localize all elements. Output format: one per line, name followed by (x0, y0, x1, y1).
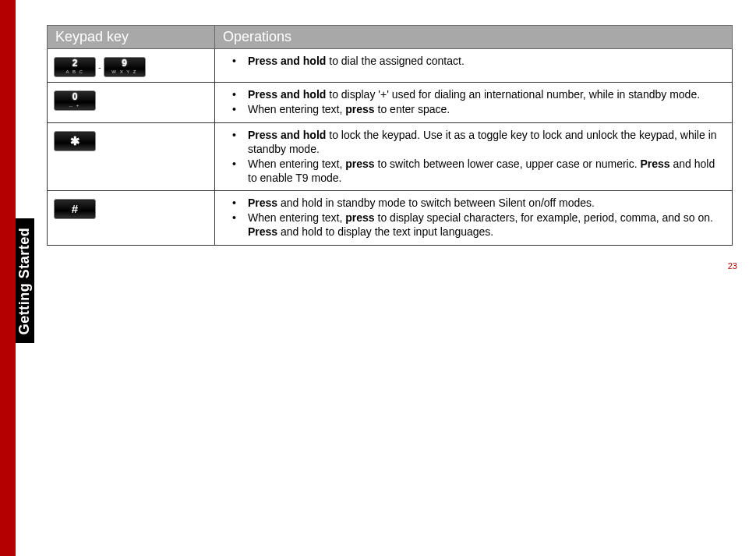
bold-text: Press and hold (248, 129, 326, 141)
bold-text: Press and hold (248, 55, 326, 67)
ops-list: Press and hold to dial the assigned cont… (221, 55, 726, 69)
page-number: 23 (728, 261, 737, 271)
key-subtext: ⎵ + (55, 103, 95, 109)
col-header-key: Keypad key (48, 26, 215, 49)
key-star-icon: ✱ (54, 131, 96, 151)
key-digit: 0 (55, 91, 95, 103)
keypad-table: Keypad key Operations 2A B C-9W X Y ZPre… (47, 25, 733, 246)
range-dash: - (98, 62, 101, 72)
ops-item: When entering text, press to display spe… (232, 211, 726, 239)
ops-list: Press and hold to display '+' used for d… (221, 88, 726, 117)
col-header-ops: Operations (215, 26, 733, 49)
ops-cell: Press and hold in standby mode to switch… (215, 191, 733, 246)
body-text: and hold to display the text input langu… (277, 225, 493, 238)
table-row: ✱Press and hold to lock the keypad. Use … (48, 122, 733, 191)
ops-item: Press and hold to dial the assigned cont… (232, 55, 726, 69)
ops-item: Press and hold to lock the keypad. Use i… (232, 129, 726, 157)
body-text: When entering text, (248, 103, 345, 115)
key-9-icon: 9W X Y Z (104, 57, 146, 77)
body-text: to display special characters, for examp… (375, 211, 713, 224)
key-cell: ✱ (48, 122, 215, 191)
body-text: When entering text, (248, 211, 345, 224)
bold-text: press (345, 103, 374, 115)
bold-text: press (345, 158, 374, 170)
bold-text: Press (248, 225, 277, 238)
table-row: #Press and hold in standby mode to switc… (48, 191, 733, 246)
ops-item: When entering text, press to switch betw… (232, 158, 726, 186)
ops-item: When entering text, press to enter space… (232, 103, 726, 117)
key-digit: 9 (104, 58, 145, 69)
body-text: When entering text, (248, 158, 345, 170)
key-symbol: # (55, 201, 95, 216)
body-text: and hold in standby mode to switch betwe… (277, 197, 595, 209)
ops-item: Press and hold to display '+' used for d… (232, 88, 726, 102)
ops-cell: Press and hold to lock the keypad. Use i… (215, 122, 733, 191)
table-body: 2A B C-9W X Y ZPress and hold to dial th… (48, 49, 733, 246)
section-tab: Getting Started (16, 218, 34, 343)
key-symbol: ✱ (55, 133, 95, 148)
key-subtext: W X Y Z (104, 69, 145, 76)
left-red-bar (0, 0, 16, 556)
body-text: to display '+' used for dialing an inter… (326, 88, 700, 101)
bold-text: Press and hold (248, 88, 326, 101)
ops-list: Press and hold to lock the keypad. Use i… (221, 129, 726, 186)
section-tab-label: Getting Started (17, 227, 34, 335)
table-row: 2A B C-9W X Y ZPress and hold to dial th… (48, 49, 733, 83)
body-text: to dial the assigned contact. (326, 55, 464, 67)
key-subtext: A B C (55, 69, 95, 76)
key-cell: 2A B C-9W X Y Z (48, 49, 215, 83)
body-text: to switch between lower case, upper case… (375, 158, 641, 170)
ops-item: Press and hold in standby mode to switch… (232, 197, 726, 211)
ops-list: Press and hold in standby mode to switch… (221, 197, 726, 239)
ops-cell: Press and hold to dial the assigned cont… (215, 49, 733, 83)
table-row: 0⎵ +Press and hold to display '+' used f… (48, 83, 733, 123)
key-cell: # (48, 191, 215, 246)
body-text: to enter space. (375, 103, 450, 115)
bold-text: Press (248, 197, 277, 209)
key-cell: 0⎵ + (48, 83, 215, 123)
ops-cell: Press and hold to display '+' used for d… (215, 83, 733, 123)
bold-text: press (345, 211, 374, 224)
key-2-icon: 2A B C (54, 57, 96, 77)
bold-text: Press (640, 158, 669, 170)
key-hash-icon: # (54, 199, 96, 219)
key-0-icon: 0⎵ + (54, 90, 96, 111)
key-digit: 2 (55, 58, 95, 69)
